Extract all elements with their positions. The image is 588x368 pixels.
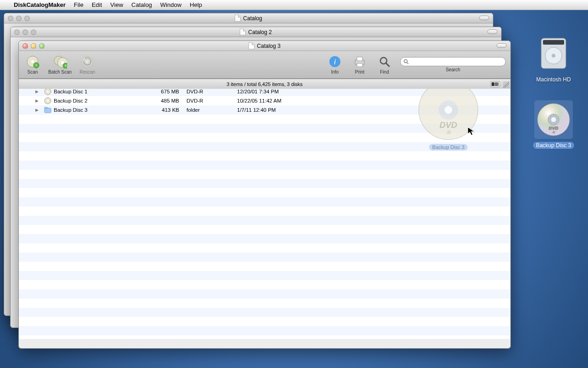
window-title: Catalog 3 [257, 43, 280, 49]
batch-scan-label: Batch Scan [48, 69, 72, 75]
svg-text:-R: -R [446, 130, 451, 135]
menu-edit[interactable]: Edit [92, 1, 102, 8]
disclosure-triangle[interactable]: ▶ [19, 98, 40, 103]
window-catalog-3: Catalog 3 + Scan + Batch Scan Rescan i I… [18, 40, 511, 349]
svg-rect-24 [357, 63, 362, 67]
disc-icon [44, 88, 51, 95]
disclosure-triangle[interactable]: ▶ [19, 89, 40, 94]
svg-point-32 [47, 100, 49, 102]
menu-file[interactable]: File [74, 1, 84, 8]
menu-view[interactable]: View [110, 1, 123, 8]
svg-rect-34 [45, 107, 47, 109]
scan-button[interactable]: + Scan [23, 55, 42, 75]
svg-point-30 [47, 91, 49, 92]
row-kind: DVD-R [183, 89, 233, 94]
svg-point-19 [86, 60, 89, 63]
folder-icon [44, 106, 51, 114]
desktop-dvd-label: Backup Disc 3 [533, 142, 575, 149]
empty-row [19, 216, 510, 225]
empty-row [19, 170, 510, 179]
search-field-group: Search [400, 57, 506, 72]
rescan-button[interactable]: Rescan [78, 55, 96, 75]
printer-icon [353, 56, 366, 68]
find-button[interactable]: Find [375, 55, 394, 75]
app-menu[interactable]: DiskCatalogMaker [14, 1, 66, 8]
info-icon: i [329, 56, 341, 68]
svg-point-10 [31, 60, 34, 63]
svg-rect-42 [495, 82, 496, 86]
empty-row [19, 317, 510, 326]
empty-row [19, 253, 510, 262]
menu-bar: DiskCatalogMaker File Edit View Catalog … [0, 0, 588, 10]
empty-row [19, 299, 510, 308]
svg-text:-R: -R [552, 130, 555, 133]
info-label: Info [331, 69, 339, 75]
empty-row [19, 179, 510, 188]
empty-row [19, 207, 510, 216]
print-label: Print [355, 69, 365, 75]
row-kind: folder [183, 107, 233, 113]
resize-grip[interactable] [503, 81, 509, 88]
empty-row [19, 161, 510, 170]
batch-scan-icon: + [53, 55, 67, 69]
empty-row [19, 225, 510, 234]
search-field[interactable] [400, 57, 506, 66]
harddrive-icon [537, 35, 570, 72]
toolbar-pill-button[interactable] [497, 43, 507, 48]
toolbar-pill-button[interactable] [487, 29, 498, 34]
status-text: 3 items / total 6,425 items, 3 disks [226, 81, 303, 87]
row-size: 675 MB [151, 89, 183, 94]
svg-point-3 [552, 54, 555, 58]
magnifier-icon [379, 56, 390, 68]
document-icon [235, 15, 241, 22]
document-icon [240, 29, 246, 35]
empty-row [19, 289, 510, 299]
title-bar[interactable]: Catalog 3 [19, 41, 510, 51]
view-mode-icon[interactable] [490, 81, 500, 87]
toolbar-pill-button[interactable] [479, 16, 489, 20]
document-icon [249, 42, 254, 49]
search-input[interactable] [411, 59, 503, 64]
disclosure-triangle[interactable]: ▶ [19, 108, 40, 112]
svg-text:+: + [64, 63, 67, 68]
svg-text:i: i [334, 58, 336, 66]
disc-scan-icon: + [26, 55, 40, 69]
empty-row [19, 262, 510, 271]
svg-rect-44 [498, 82, 498, 86]
row-date: 10/22/05 11:42 AM [233, 98, 302, 104]
cursor-icon [467, 126, 477, 136]
svg-text:+: + [35, 63, 37, 68]
menu-window[interactable]: Window [160, 1, 181, 8]
disc-icon [44, 97, 51, 104]
batch-scan-button[interactable]: + Batch Scan [48, 55, 72, 75]
rescan-icon [80, 55, 94, 69]
desktop-drive-hd[interactable]: Macintosh HD [524, 34, 583, 83]
empty-row [19, 151, 510, 161]
empty-row [19, 197, 510, 207]
svg-line-26 [386, 63, 389, 66]
menu-catalog[interactable]: Catalog [131, 1, 152, 8]
row-name: Backup Disc 3 [54, 107, 88, 113]
menu-help[interactable]: Help [190, 1, 202, 8]
empty-row [19, 335, 510, 339]
row-date: 1/7/11 12:40 PM [233, 107, 302, 113]
svg-rect-41 [492, 82, 494, 86]
row-size: 413 KB [151, 107, 183, 113]
drag-label: Backup Disc 3 [429, 144, 468, 150]
svg-rect-43 [496, 82, 497, 86]
scan-label: Scan [28, 69, 38, 75]
info-button[interactable]: i Info [326, 55, 344, 75]
svg-rect-1 [543, 40, 564, 45]
row-kind: DVD-R [183, 98, 233, 104]
row-name: Backup Disc 1 [54, 89, 88, 94]
empty-row [19, 271, 510, 280]
empty-row [19, 308, 510, 317]
desktop-dvd-volume[interactable]: DVD -R Backup Disc 3 [524, 100, 583, 149]
svg-line-28 [407, 63, 408, 64]
svg-text:DVD: DVD [440, 121, 457, 130]
svg-point-27 [404, 60, 407, 63]
empty-row [19, 234, 510, 243]
empty-row [19, 243, 510, 253]
find-label: Find [380, 69, 389, 75]
print-button[interactable]: Print [351, 55, 369, 75]
